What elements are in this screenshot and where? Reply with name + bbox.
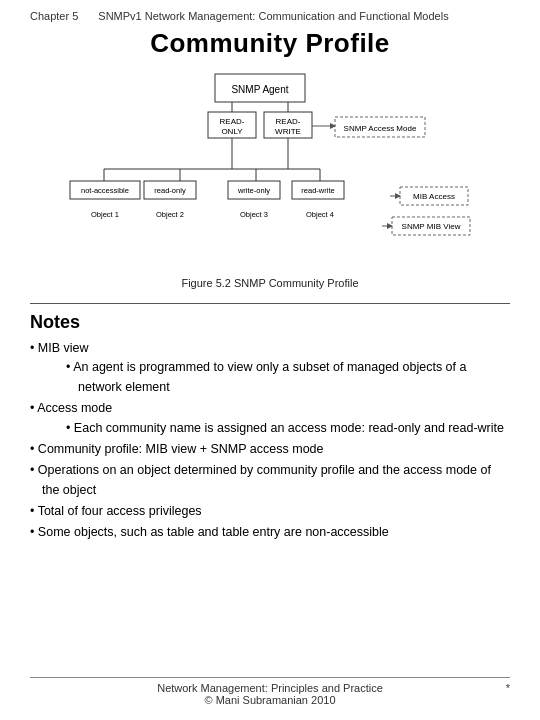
- list-item: Community profile: MIB view + SNMP acces…: [30, 440, 510, 459]
- notes-heading: Notes: [30, 312, 510, 333]
- footer-divider: [30, 677, 510, 678]
- page-header: Chapter 5 SNMPv1 Network Management: Com…: [30, 10, 510, 22]
- footer-line1: Network Management: Principles and Pract…: [30, 682, 510, 694]
- figure-caption: Figure 5.2 SNMP Community Profile: [30, 277, 510, 289]
- sub-list: An agent is programmed to view only a su…: [42, 358, 510, 397]
- list-item: Operations on an object determined by co…: [30, 461, 510, 500]
- list-item: MIB view An agent is programmed to view …: [30, 339, 510, 397]
- svg-text:ONLY: ONLY: [221, 127, 243, 136]
- svg-text:SNMP MIB View: SNMP MIB View: [402, 222, 461, 231]
- svg-text:read-only: read-only: [154, 186, 186, 195]
- svg-text:READ-: READ-: [220, 117, 245, 126]
- list-item: Total of four access privileges: [30, 502, 510, 521]
- svg-text:Object 3: Object 3: [240, 210, 268, 219]
- divider-1: [30, 303, 510, 304]
- svg-text:write-only: write-only: [237, 186, 270, 195]
- svg-text:MIB Access: MIB Access: [413, 192, 455, 201]
- svg-text:read-write: read-write: [301, 186, 334, 195]
- diagram-area: SNMP Agent READ- ONLY READ- WRITE SNMP A…: [30, 69, 510, 269]
- sub-list: Each community name is assigned an acces…: [42, 419, 510, 438]
- list-item: Some objects, such as table and table en…: [30, 523, 510, 542]
- notes-list: MIB view An agent is programmed to view …: [30, 339, 510, 543]
- svg-text:not-accessible: not-accessible: [81, 186, 129, 195]
- list-item: Each community name is assigned an acces…: [66, 419, 510, 438]
- chapter-label: Chapter 5: [30, 10, 78, 22]
- footer-asterisk: *: [506, 682, 510, 694]
- page-title: Community Profile: [30, 28, 510, 59]
- list-item: An agent is programmed to view only a su…: [66, 358, 510, 397]
- header-subtitle: SNMPv1 Network Management: Communication…: [98, 10, 448, 22]
- svg-text:SNMP Access Mode: SNMP Access Mode: [344, 124, 417, 133]
- notes-content: MIB view An agent is programmed to view …: [30, 339, 510, 545]
- svg-text:SNMP Agent: SNMP Agent: [231, 84, 288, 95]
- svg-text:WRITE: WRITE: [275, 127, 301, 136]
- list-item: Access mode Each community name is assig…: [30, 399, 510, 438]
- svg-text:READ-: READ-: [276, 117, 301, 126]
- svg-text:Object 2: Object 2: [156, 210, 184, 219]
- svg-text:Object 1: Object 1: [91, 210, 119, 219]
- diagram-svg: SNMP Agent READ- ONLY READ- WRITE SNMP A…: [60, 69, 480, 269]
- footer: * Network Management: Principles and Pra…: [30, 682, 510, 710]
- svg-text:Object 4: Object 4: [306, 210, 334, 219]
- footer-line2: © Mani Subramanian 2010: [30, 694, 510, 706]
- page: Chapter 5 SNMPv1 Network Management: Com…: [0, 0, 540, 720]
